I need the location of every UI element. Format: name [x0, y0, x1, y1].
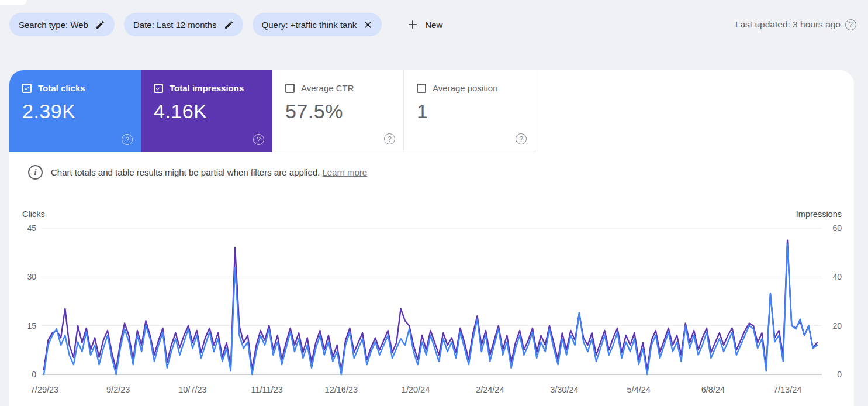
checkmark-icon [155, 84, 162, 92]
x-tick-label: 6/8/24 [701, 385, 725, 394]
help-icon[interactable]: ? [384, 133, 395, 144]
edit-pencil-icon[interactable] [95, 20, 105, 30]
x-tick-label: 7/29/23 [30, 385, 58, 394]
help-icon[interactable]: ? [845, 19, 856, 30]
checkbox-average-ctr[interactable] [285, 84, 295, 93]
x-tick-label: 12/16/23 [325, 385, 358, 394]
right-tick-label: 40 [832, 272, 842, 281]
clicks-line [44, 245, 817, 374]
metric-label: Total impressions [170, 83, 244, 93]
x-tick-label: 2/24/24 [476, 385, 504, 394]
x-tick-label: 3/30/24 [550, 385, 578, 394]
filter-chip-search-type-label: Search type: Web [19, 20, 88, 30]
partial-results-banner: i Chart totals and table results might b… [28, 165, 367, 180]
left-tick-label: 30 [27, 272, 36, 281]
impressions-line [44, 240, 817, 372]
left-tick-label: 15 [27, 321, 36, 331]
right-tick-label: 20 [832, 321, 842, 331]
performance-chart[interactable]: ClicksImpressions015304502040607/29/239/… [9, 208, 854, 404]
metric-card-average-position[interactable]: Average position 1 ? [404, 70, 535, 152]
metric-value: 4.16K [154, 100, 272, 123]
plus-icon [407, 19, 418, 30]
help-icon[interactable]: ? [516, 133, 527, 144]
right-tick-label: 60 [832, 223, 842, 233]
metric-label: Average position [433, 83, 497, 93]
metric-value: 2.39K [22, 100, 141, 123]
left-tick-label: 0 [32, 370, 36, 379]
new-filter-label: New [425, 20, 442, 30]
info-icon: i [28, 165, 43, 180]
checkmark-icon [23, 84, 30, 92]
left-axis-title: Clicks [22, 209, 45, 219]
filter-chip-search-type[interactable]: Search type: Web [9, 13, 115, 36]
metric-label: Average CTR [301, 83, 354, 93]
metric-cards: Total clicks 2.39K ? Total impressions 4… [9, 70, 535, 152]
filter-chip-date[interactable]: Date: Last 12 months [124, 13, 243, 36]
checkbox-total-impressions[interactable] [154, 84, 163, 93]
page-corner-artifact [0, 0, 27, 5]
banner-text: Chart totals and table results might be … [51, 167, 320, 177]
learn-more-link[interactable]: Learn more [322, 167, 367, 177]
new-filter-button[interactable]: New [402, 16, 448, 33]
metric-card-average-ctr[interactable]: Average CTR 57.5% ? [272, 70, 404, 152]
metric-value: 1 [417, 100, 535, 123]
help-icon[interactable]: ? [253, 134, 264, 145]
checkbox-total-clicks[interactable] [22, 84, 32, 93]
help-icon[interactable]: ? [122, 134, 133, 145]
filter-chip-query-label: Query: +traffic think tank [262, 20, 357, 30]
checkbox-average-position[interactable] [417, 84, 426, 93]
edit-pencil-icon[interactable] [224, 20, 234, 30]
metric-card-total-clicks[interactable]: Total clicks 2.39K ? [9, 70, 141, 152]
performance-panel: Total clicks 2.39K ? Total impressions 4… [9, 70, 854, 406]
x-tick-label: 7/13/24 [773, 385, 801, 394]
x-tick-label: 11/11/23 [251, 385, 282, 394]
filter-chip-query[interactable]: Query: +traffic think tank [253, 13, 382, 36]
x-tick-label: 9/2/23 [106, 385, 130, 394]
x-tick-label: 1/20/24 [402, 385, 430, 394]
left-tick-label: 45 [27, 223, 36, 233]
metric-label: Total clicks [38, 83, 85, 93]
last-updated: Last updated: 3 hours ago ? [735, 19, 856, 30]
right-tick-label: 0 [837, 370, 842, 379]
right-axis-title: Impressions [796, 209, 842, 219]
filter-chip-date-label: Date: Last 12 months [133, 20, 217, 30]
metric-card-total-impressions[interactable]: Total impressions 4.16K ? [141, 70, 272, 152]
x-tick-label: 10/7/23 [178, 385, 206, 394]
close-icon[interactable] [364, 20, 372, 29]
last-updated-text: Last updated: 3 hours ago [735, 19, 841, 30]
filter-bar: Search type: Web Date: Last 12 months Qu… [9, 13, 856, 36]
x-tick-label: 5/4/24 [627, 385, 651, 394]
metric-value: 57.5% [285, 100, 403, 123]
